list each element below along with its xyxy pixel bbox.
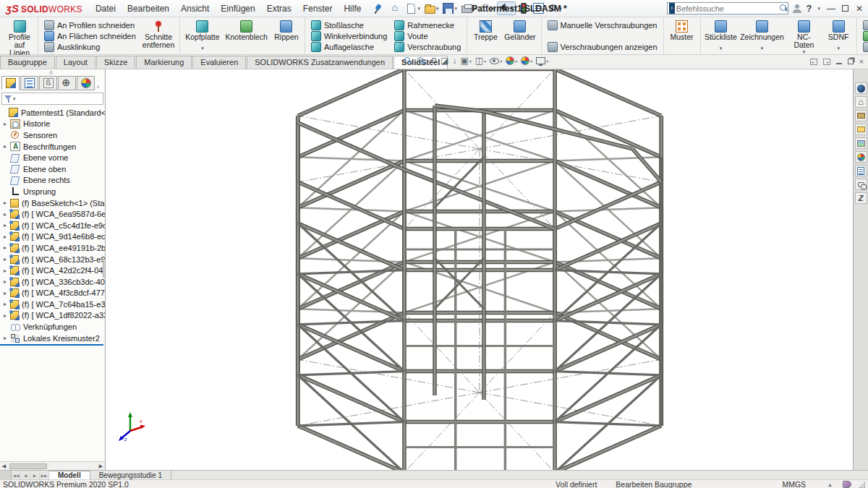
apply-scene-icon[interactable]: ▾ (521, 56, 532, 65)
propertymanager-tab[interactable] (20, 76, 38, 90)
view-palette-tab[interactable] (855, 137, 867, 149)
sdnf-button[interactable]: SDNF▾ (822, 19, 854, 53)
featuremanager-tab[interactable] (1, 76, 20, 90)
drawings-caret-icon[interactable]: ▾ (761, 46, 764, 51)
menu-ansicht[interactable]: Ansicht (175, 1, 215, 16)
frame-corner-button[interactable]: Rahmenecke (392, 20, 463, 30)
section-view-icon[interactable]: ◪ (441, 56, 448, 66)
weldment-assemblies-button[interactable]: Schweißbaugruppen (861, 20, 868, 30)
expand-arrow-icon[interactable]: ▸ (4, 200, 10, 206)
view-settings-icon[interactable]: ▾ (536, 57, 548, 64)
close-button[interactable]: ✕ (854, 4, 865, 14)
tree-filter[interactable]: ▾ (1, 93, 103, 105)
maximize-button[interactable] (842, 5, 848, 12)
position-assembly-button[interactable]: Baugruppe positionieren (861, 41, 868, 52)
menu-bearbeiten[interactable]: Bearbeiten (122, 1, 175, 16)
display-style-icon[interactable]: ◫▾ (475, 56, 486, 66)
tab-markierung[interactable]: Markierung (136, 56, 192, 69)
tab-nav-last-icon[interactable]: ▶▶ (40, 471, 49, 479)
xpress-products-tab[interactable] (855, 192, 867, 204)
nc-data-caret-icon[interactable]: ▾ (803, 49, 806, 55)
tab-nav-prev-icon[interactable]: ◀ (21, 471, 30, 479)
save-button[interactable]: ▾ (441, 2, 459, 14)
scroll-track[interactable] (8, 463, 97, 470)
railing-button[interactable]: Geländer (501, 19, 538, 53)
graphics-viewport[interactable]: x z (106, 69, 853, 470)
scroll-right-icon[interactable]: ▶ (97, 463, 105, 469)
tab-skizze[interactable]: Skizze (96, 56, 135, 69)
dynamic-annotation-icon[interactable]: ↓ (452, 56, 456, 66)
resources-home-tab[interactable] (855, 96, 867, 108)
file-explorer-tab[interactable] (855, 124, 867, 135)
tree-item[interactable]: ▸(f) BaseSketch<1> (Standard<<St (0, 197, 105, 209)
tree-item[interactable]: ▸(f) [ WCA_ee49191b-2bf1-464f-b4 (0, 242, 105, 254)
tree-item[interactable]: Ebene oben (0, 163, 105, 175)
filter-caret-icon[interactable]: ▾ (13, 96, 16, 102)
tree-item[interactable]: Sensoren (0, 129, 105, 141)
displaymanager-tab[interactable] (77, 76, 95, 90)
units-caret-icon[interactable]: ▲ (827, 482, 833, 487)
bom-caret-icon[interactable]: ▾ (720, 46, 723, 51)
head-plate-caret-icon[interactable]: ▾ (201, 46, 204, 51)
login-user-icon[interactable] (793, 4, 801, 13)
drawings-button[interactable]: Zeichnungen▾ (739, 19, 785, 53)
view-orientation-caret-icon[interactable]: ▾ (469, 59, 472, 64)
nc-data-button[interactable]: NC-Daten▾ (786, 19, 822, 53)
tree-item[interactable]: ▸Beschriftungen (0, 141, 105, 153)
import-assembly-button[interactable]: Baugruppe importieren (861, 30, 868, 41)
resize-grip-icon[interactable] (859, 481, 865, 488)
pane-right-icon[interactable] (823, 59, 830, 65)
open-button[interactable]: ▾ (423, 3, 441, 14)
profiles-on-lines-button[interactable]: Profile auf Linien▾ (4, 19, 35, 53)
model-3d-view[interactable] (106, 69, 853, 470)
haunch-button[interactable]: Voute (392, 30, 463, 41)
tree-item[interactable]: Ebene vorne (0, 152, 105, 163)
tabstrip-overflow-icon[interactable]: › (97, 83, 99, 90)
design-library-tab[interactable] (855, 110, 867, 121)
notch-button[interactable]: Ausklinkung (42, 41, 138, 52)
hide-show-items-caret-icon[interactable]: ▾ (500, 59, 502, 64)
tab-splitter-box[interactable] (0, 471, 12, 479)
remove-cuts-button[interactable]: Schnitte entfernen (140, 19, 177, 53)
tree-item[interactable]: ▸(f) [ WCA_9d14e6b8-ec32-406a-9f (0, 231, 105, 243)
cut-on-faces-button[interactable]: An Flächen schneiden (42, 30, 138, 41)
hide-show-items-icon[interactable]: ▾ (490, 58, 502, 64)
new-document-button[interactable]: ▾ (404, 3, 422, 14)
search-icon[interactable] (779, 4, 784, 13)
doc-close-button[interactable]: × (859, 57, 864, 66)
tree-item[interactable]: ▸Lokales Kreismuster2 (0, 333, 105, 344)
scroll-left-icon[interactable]: ◀ (0, 463, 8, 469)
sdnf-caret-icon[interactable]: ▾ (837, 46, 840, 51)
dimxpertmanager-tab[interactable] (58, 76, 76, 90)
search-input[interactable] (676, 4, 779, 13)
expand-arrow-icon[interactable]: ▸ (4, 234, 10, 240)
tree-item[interactable]: ▸Historie (0, 119, 105, 130)
tree-item[interactable]: ▸(f) [ WCA_336cb3dc-406b-4de1-a (0, 276, 105, 288)
doc-minimize-button[interactable] (836, 63, 842, 64)
edit-appearance-caret-icon[interactable]: ▾ (515, 59, 517, 64)
pattern-button[interactable]: Muster (666, 19, 698, 53)
cut-on-profiles-button[interactable]: An Profilen schneiden (42, 20, 138, 30)
save-caret-icon[interactable]: ▾ (454, 6, 457, 12)
panel-resize-dot[interactable] (49, 71, 53, 74)
tree-item[interactable]: Ursprung (0, 186, 105, 197)
tree-item[interactable]: Verknüpfungen (0, 321, 105, 333)
edit-appearance-icon[interactable]: ▾ (506, 56, 517, 65)
custom-properties-tab[interactable] (855, 165, 867, 176)
bolting-button[interactable]: Verschraubung (392, 41, 463, 52)
tree-item[interactable]: ▸(f) [ WCA_6ea9587d-6ed4-4055-a0 (0, 208, 105, 220)
pane-left-icon[interactable] (810, 59, 817, 65)
zoom-to-area-icon[interactable] (417, 56, 426, 66)
expand-arrow-icon[interactable]: ▸ (4, 312, 10, 319)
menu-fenster[interactable]: Fenster (297, 1, 339, 16)
expand-arrow-icon[interactable]: ▸ (4, 121, 10, 127)
tree-item[interactable]: ▸(f) [ WCA_68c132b3-e9c5-49bd-87 (0, 254, 105, 265)
gusset-plate-button[interactable]: Knotenblech (223, 19, 271, 53)
stairs-button[interactable]: Treppe (469, 19, 501, 53)
units-text[interactable]: MMGS (782, 480, 806, 488)
ribs-button[interactable]: Rippen (271, 19, 302, 53)
tab-evaluieren[interactable]: Evaluieren (192, 56, 246, 69)
appearances-scenes-tab[interactable] (855, 151, 867, 163)
view-settings-caret-icon[interactable]: ▾ (546, 59, 548, 64)
head-plate-button[interactable]: Kopfplatte▾ (182, 19, 222, 53)
